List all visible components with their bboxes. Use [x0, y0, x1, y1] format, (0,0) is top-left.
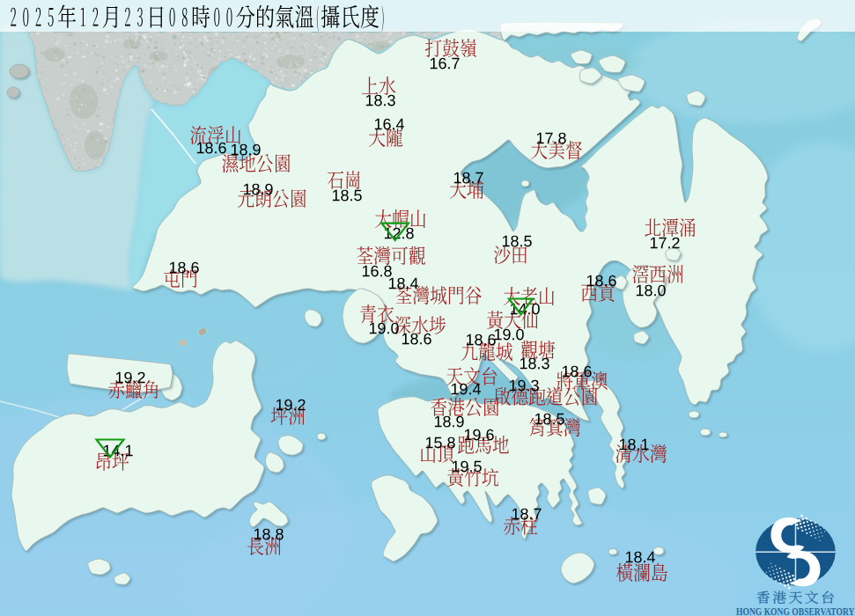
svg-text:HONG KONG OBSERVATORY: HONG KONG OBSERVATORY: [736, 605, 855, 616]
